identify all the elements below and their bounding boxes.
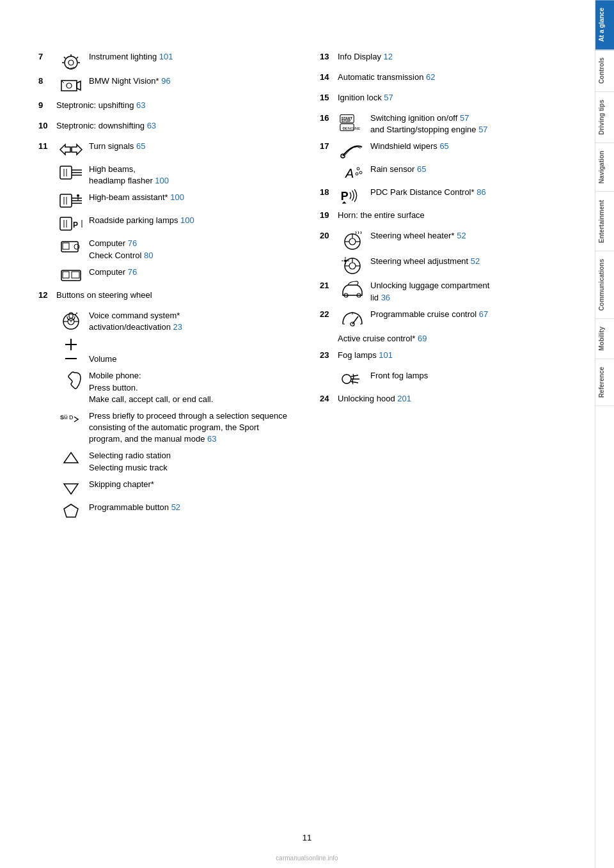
item-17: 17 Windshield wipers 65 [320, 141, 569, 159]
item-18: 18 P PDC Park Distance Control* 86 [320, 187, 569, 205]
item-18-page[interactable]: 86 [476, 187, 485, 197]
item-12-text: Buttons on steering wheel [56, 290, 294, 301]
svg-text:⚙ENGINE: ⚙ENGINE [342, 126, 360, 130]
cruise-control-icon [338, 309, 366, 328]
item-11-number: 11 [38, 141, 56, 151]
sidebar-tab-reference[interactable]: Reference [595, 359, 614, 406]
sidebar-tab-mobility[interactable]: Mobility [595, 319, 614, 359]
computer2-page[interactable]: 76 [128, 267, 137, 277]
svg-marker-10 [72, 144, 82, 155]
rain-sensor-page[interactable]: 65 [417, 164, 426, 174]
item-9-page[interactable]: 63 [136, 100, 145, 110]
volume-text: Volume [89, 353, 294, 365]
computer1-page[interactable]: 76 [128, 238, 137, 248]
item-13-text: Info Display 12 [338, 51, 569, 63]
sdm-text: Press briefly to proceed through a selec… [89, 410, 294, 446]
radio-down-icon [56, 479, 85, 497]
sidebar-tab-driving-tips[interactable]: Driving tips [595, 92, 614, 143]
item-7: 7 Instrument lighting 101 [38, 51, 294, 70]
item-22: 22 Programmable cruise control 67 [320, 309, 569, 328]
high-beam-assistant-icon [56, 192, 85, 210]
voice-command-page[interactable]: 23 [173, 322, 182, 332]
item-23-text: Fog lamps 101 [338, 350, 569, 361]
item-10-number: 10 [38, 120, 56, 130]
sub-sdm: S ─ M D Press briefly to proceed through… [38, 410, 294, 446]
steering-adjust-page[interactable]: 52 [471, 256, 480, 266]
sub-active-cruise: Active cruise control* 69 [320, 333, 569, 345]
item-20-number: 20 [320, 230, 338, 240]
item-8-page[interactable]: 96 [161, 76, 170, 86]
item-16-page2[interactable]: 57 [478, 125, 487, 134]
svg-text:P: P [73, 221, 78, 229]
radio-up-text: Selecting radio stationSelecting music t… [89, 450, 294, 473]
svg-line-83 [352, 316, 358, 324]
right-column: 13 Info Display 12 14 Automatic transmis… [313, 51, 569, 842]
start-stop-icon: START STOP ⚙ENGINE [338, 112, 366, 133]
item-20-text: Steering wheel heater* 52 [370, 230, 569, 242]
roadside-parking-page[interactable]: 100 [180, 215, 194, 225]
high-beam-assistant-page[interactable]: 100 [170, 192, 184, 202]
item-15-page[interactable]: 57 [384, 93, 393, 102]
svg-point-43 [76, 313, 77, 314]
svg-rect-11 [60, 166, 72, 179]
mobile-phone-icon [56, 370, 85, 391]
svg-point-88 [342, 375, 351, 384]
item-22-page[interactable]: 67 [479, 309, 488, 319]
item-24-page[interactable]: 201 [397, 394, 411, 403]
item-23-page[interactable]: 101 [379, 350, 393, 360]
item-22-text: Programmable cruise control 67 [370, 309, 569, 320]
watermark: carmanualsonline.info [276, 855, 338, 862]
item-24-text: Unlocking hood 201 [338, 393, 569, 405]
item-15-text: Ignition lock 57 [338, 92, 569, 104]
computer1-icon [56, 238, 85, 256]
computer1-text: Computer 76Check Control 80 [89, 238, 294, 261]
svg-point-67 [349, 238, 356, 245]
item-19: 19 Horn: the entire surface [320, 210, 569, 225]
check-control-page[interactable]: 80 [144, 251, 153, 260]
item-11: 11 Turn signals 65 [38, 141, 294, 159]
sidebar-tab-at-a-glance[interactable]: At a glance [595, 0, 614, 50]
item-15-number: 15 [320, 92, 338, 102]
item-10-page[interactable]: 63 [147, 121, 156, 130]
high-beams-page[interactable]: 100 [155, 176, 169, 185]
item-15: 15 Ignition lock 57 [320, 92, 569, 107]
item-21-page[interactable]: 36 [381, 293, 390, 302]
item-14-text: Automatic transmission 62 [338, 72, 569, 83]
svg-point-76 [344, 260, 347, 262]
sidebar-tab-entertainment[interactable]: Entertainment [595, 192, 614, 251]
svg-rect-35 [72, 272, 79, 278]
windshield-wiper-icon [338, 141, 366, 159]
sidebar-tab-controls[interactable]: Controls [595, 50, 614, 92]
item-23: 23 Fog lamps 101 [320, 350, 569, 365]
active-cruise-page[interactable]: 69 [418, 334, 427, 343]
computer2-text: Computer 76 [89, 267, 294, 278]
sub-radio-down: Skipping chapter* [38, 479, 294, 497]
sidebar-tab-communications[interactable]: Communications [595, 251, 614, 319]
item-17-text: Windshield wipers 65 [370, 141, 569, 152]
volume-plus-icon [56, 338, 85, 351]
item-13-number: 13 [320, 51, 338, 61]
svg-text:A: A [345, 166, 354, 180]
voice-command-icon [56, 310, 85, 330]
sdm-page[interactable]: 63 [207, 434, 216, 444]
item-16-page1[interactable]: 57 [460, 113, 469, 123]
steering-adjust-text: Steering wheel adjustment 52 [370, 256, 569, 267]
item-11-page[interactable]: 65 [136, 141, 145, 151]
sub-volume-minus: Volume [38, 353, 294, 365]
sidebar-tab-navigation[interactable]: Navigation [595, 143, 614, 192]
sub-computer1: Computer 76Check Control 80 [38, 238, 294, 261]
svg-line-89 [351, 375, 358, 376]
active-cruise-text: Active cruise control* 69 [338, 333, 569, 345]
item-14-page[interactable]: 62 [426, 72, 435, 82]
programmable-btn-page[interactable]: 52 [171, 502, 180, 512]
item-17-page[interactable]: 65 [439, 141, 448, 151]
svg-point-72 [349, 263, 356, 269]
svg-point-32 [74, 244, 79, 249]
item-7-page[interactable]: 101 [159, 52, 173, 61]
item-20-page[interactable]: 52 [457, 231, 466, 240]
item-13-page[interactable]: 12 [384, 52, 393, 61]
rain-sensor-text: Rain sensor 65 [370, 164, 569, 175]
svg-point-61 [357, 167, 359, 170]
svg-point-63 [356, 173, 358, 175]
svg-marker-9 [60, 144, 70, 155]
